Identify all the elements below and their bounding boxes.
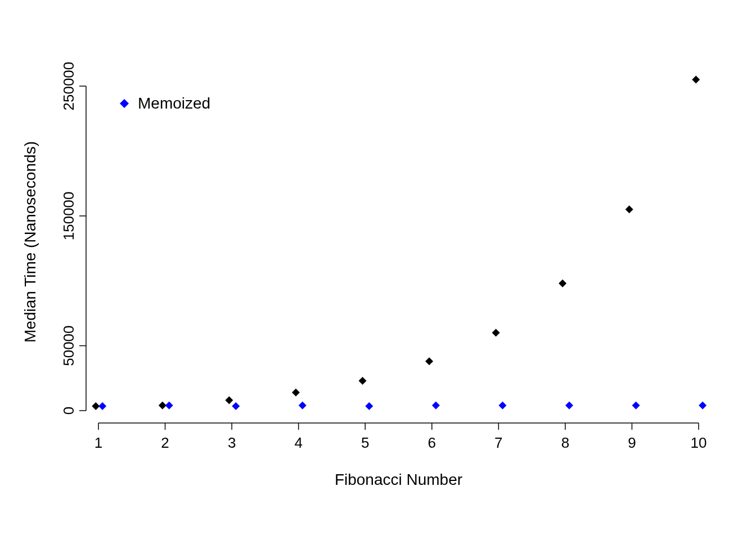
y-axis-title: Median Time (Nanoseconds) <box>21 141 39 343</box>
data-point <box>632 402 640 410</box>
x-tick-label: 5 <box>361 434 369 451</box>
data-point <box>425 357 433 365</box>
data-point <box>165 402 173 410</box>
chart-container: 12345678910050000150000250000Fibonacci N… <box>0 0 756 540</box>
data-point <box>432 402 440 410</box>
x-tick-label: 2 <box>161 434 169 451</box>
x-tick-label: 9 <box>628 434 636 451</box>
y-tick-label: 150000 <box>60 191 77 240</box>
x-tick-label: 6 <box>428 434 436 451</box>
x-axis-title: Fibonacci Number <box>335 471 462 488</box>
data-point <box>98 402 106 410</box>
x-tick-label: 8 <box>561 434 569 451</box>
y-tick-label: 0 <box>60 407 77 415</box>
x-tick-label: 1 <box>94 434 102 451</box>
data-point <box>299 402 307 410</box>
data-point <box>692 76 700 84</box>
data-point <box>492 329 500 337</box>
data-point <box>498 402 506 410</box>
data-point <box>699 402 706 410</box>
legend-marker <box>120 99 129 108</box>
x-tick-label: 10 <box>691 434 707 451</box>
y-tick-label: 250000 <box>60 62 77 111</box>
x-tick-label: 4 <box>294 434 302 451</box>
data-point <box>225 397 233 404</box>
data-point <box>358 377 366 385</box>
x-tick-label: 7 <box>494 434 502 451</box>
y-tick-label: 50000 <box>60 325 77 366</box>
data-point <box>365 402 373 410</box>
data-point <box>232 402 240 410</box>
scatter-chart: 12345678910050000150000250000Fibonacci N… <box>0 0 756 540</box>
data-point <box>565 402 573 410</box>
legend-label: Memoized <box>138 94 210 112</box>
data-point <box>626 205 633 213</box>
data-point <box>292 389 300 397</box>
x-tick-label: 3 <box>228 434 236 451</box>
data-point <box>559 280 566 287</box>
